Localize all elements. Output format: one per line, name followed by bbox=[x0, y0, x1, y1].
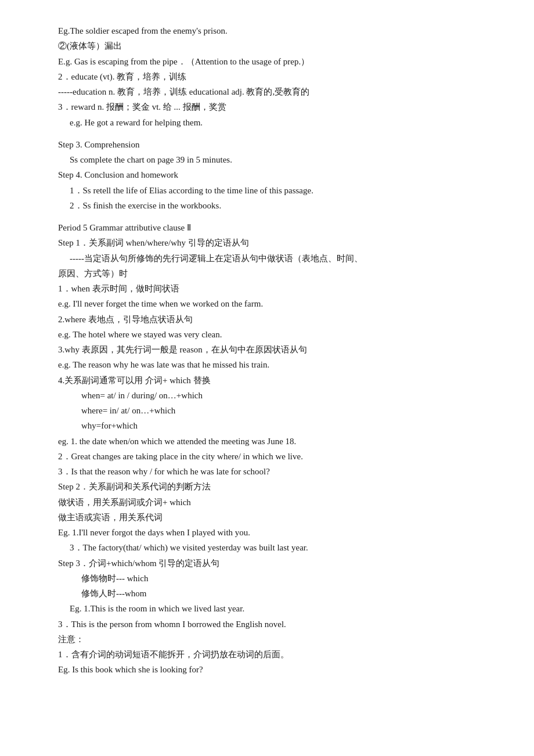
text-line-l24: when= at/ in / during/ on…+which bbox=[58, 388, 488, 403]
text-line-l13: Period 5 Grammar attributive clause Ⅱ bbox=[58, 220, 488, 235]
text-line-l41: 1．含有介词的动词短语不能拆开，介词扔放在动词的后面。 bbox=[58, 647, 488, 662]
text-line-l11: 1．Ss retell the life of Elias according … bbox=[58, 183, 488, 198]
text-line-l39: 3．This is the person from whomn I borrow… bbox=[58, 617, 488, 632]
text-line-l4: 2．educate (vt). 教育，培养，训练 bbox=[58, 69, 488, 84]
text-line-l10: Step 4. Conclusion and homework bbox=[58, 167, 488, 182]
text-line-l30: Step 2．关系副词和关系代词的判断方法 bbox=[58, 479, 488, 494]
text-line-l25: where= in/ at/ on…+which bbox=[58, 403, 488, 418]
text-line-l42: Eg. Is this book which she is looking fo… bbox=[58, 662, 488, 677]
text-line-l32: 做主语或宾语，用关系代词 bbox=[58, 510, 488, 525]
text-line-l8: Step 3. Comprehension bbox=[58, 137, 488, 152]
text-line-l21: 3.why 表原因，其先行词一般是 reason，在从句中在原因状语从句 bbox=[58, 342, 488, 357]
text-line-l27: eg. 1. the date when/on which we attende… bbox=[58, 434, 488, 449]
text-line-l26: why=for+which bbox=[58, 418, 488, 433]
text-line-l22: e.g. The reason why he was late was that… bbox=[58, 357, 488, 372]
text-line-l12: 2．Ss finish the exercise in the workbook… bbox=[58, 198, 488, 213]
main-content: Eg.The soldier escaped from the enemy's … bbox=[58, 23, 488, 678]
text-line-l3: E.g. Gas is escaping from the pipe．（Atte… bbox=[58, 54, 488, 69]
text-line-l1: Eg.The soldier escaped from the enemy's … bbox=[58, 23, 488, 38]
text-line-l23: 4.关系副词通常可以用 介词+ which 替换 bbox=[58, 373, 488, 388]
text-line-l36: 修饰物时--- which bbox=[58, 571, 488, 586]
text-line-l31: 做状语，用关系副词或介词+ which bbox=[58, 495, 488, 510]
text-line-l20: e.g. The hotel where we stayed was very … bbox=[58, 327, 488, 342]
text-line-l2: ②(液体等）漏出 bbox=[58, 38, 488, 53]
text-line-l38: Eg. 1.This is the room in which we lived… bbox=[58, 601, 488, 616]
text-line-l37: 修饰人时---whom bbox=[58, 586, 488, 601]
text-line-l40: 注意： bbox=[58, 632, 488, 647]
text-line-l16: 原因、方式等）时 bbox=[58, 266, 488, 281]
text-line-l6: 3．reward n. 报酬；奖金 vt. 给 ... 报酬，奖赏 bbox=[58, 99, 488, 114]
text-line-l17: 1．when 表示时间，做时间状语 bbox=[58, 281, 488, 296]
text-line-l35: Step 3．介词+which/whom 引导的定语从句 bbox=[58, 556, 488, 571]
text-line-l33: Eg. 1.I'll never forgot the days when I … bbox=[58, 525, 488, 540]
text-line-l28: 2．Great changes are taking place in the … bbox=[58, 449, 488, 464]
text-line-l18: e.g. I'll never forget the time when we … bbox=[58, 296, 488, 311]
text-line-l34: 3．The factory(that/ which) we visited ye… bbox=[58, 540, 488, 555]
text-line-l5: -----education n. 教育，培养，训练 educational a… bbox=[58, 84, 488, 99]
text-line-l15: -----当定语从句所修饰的先行词逻辑上在定语从句中做状语（表地点、时间、 bbox=[58, 251, 488, 266]
spacer-spacer1 bbox=[58, 130, 488, 137]
text-line-l14: Step 1．关系副词 when/where/why 引导的定语从句 bbox=[58, 235, 488, 250]
text-line-l9: Ss complete the chart on page 39 in 5 mi… bbox=[58, 152, 488, 167]
text-line-l19: 2.where 表地点，引导地点状语从句 bbox=[58, 312, 488, 327]
spacer-spacer2 bbox=[58, 213, 488, 220]
text-line-l7: e.g. He got a reward for helping them. bbox=[58, 115, 488, 130]
text-line-l29: 3．Is that the reason why / for which he … bbox=[58, 464, 488, 479]
